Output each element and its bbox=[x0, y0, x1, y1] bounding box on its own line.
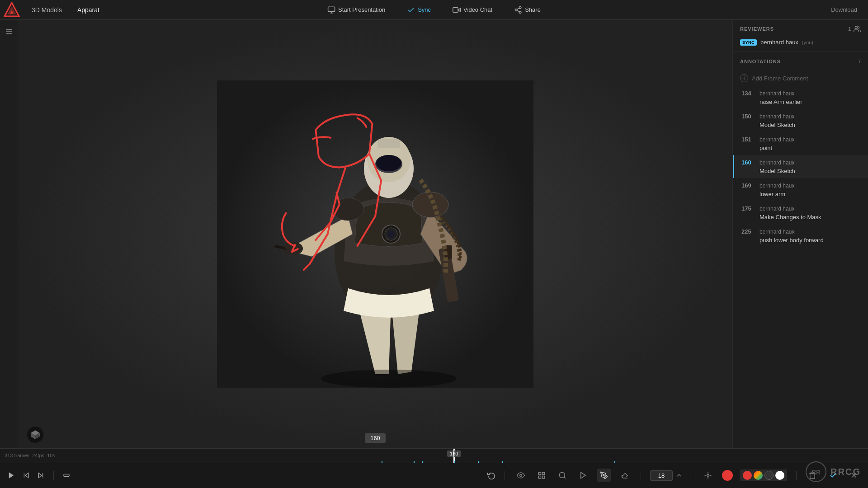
annotation-username: bernhard haux bbox=[760, 90, 794, 97]
annotation-item[interactable]: 175bernhard hauxMake Changes to Mask bbox=[733, 201, 868, 224]
annotation-delete-button[interactable] bbox=[854, 205, 861, 212]
annotation-username: bernhard haux bbox=[760, 160, 794, 166]
annotation-frame-number: 134 bbox=[741, 90, 756, 97]
reviewer-name: bernhard haux bbox=[760, 39, 798, 46]
annotation-delete-button[interactable] bbox=[854, 182, 861, 189]
viewport[interactable]: 160 bbox=[18, 20, 732, 448]
prev-icon bbox=[23, 472, 30, 479]
timeline-track[interactable]: // Generate ticks inline - will be added… bbox=[61, 449, 863, 463]
annotation-item[interactable]: 151bernhard hauxpoint bbox=[733, 132, 868, 155]
svg-point-43 bbox=[520, 474, 522, 477]
sync-icon bbox=[407, 6, 415, 14]
navigation-cube[interactable] bbox=[27, 427, 43, 443]
grid-icon bbox=[538, 471, 546, 479]
svg-point-31 bbox=[321, 370, 457, 388]
annotation-edit-button[interactable] bbox=[845, 205, 852, 212]
annotation-edit-button[interactable] bbox=[845, 159, 852, 166]
annotations-title: ANNOTATIONS bbox=[740, 59, 781, 64]
annotation-edit-button[interactable] bbox=[845, 228, 852, 235]
annotation-edit-button[interactable] bbox=[845, 89, 852, 97]
svg-line-12 bbox=[517, 8, 519, 9]
nav-3d-models[interactable]: 3D Models bbox=[24, 4, 69, 16]
frame-number-input-group bbox=[650, 470, 683, 481]
svg-line-49 bbox=[564, 477, 565, 479]
annotation-item[interactable]: 134bernhard hauxraise Arm earlier bbox=[733, 86, 868, 109]
undo-button[interactable] bbox=[487, 471, 495, 479]
zoom-icon bbox=[558, 471, 566, 479]
reviewers-section: REVIEWERS 1 SYNC bernhard haux (you) bbox=[733, 20, 868, 52]
annotation-item[interactable]: 225bernhard hauxpush lower body forward bbox=[733, 224, 868, 247]
annotation-frame-number: 151 bbox=[741, 136, 756, 143]
start-presentation-button[interactable]: Start Presentation bbox=[321, 3, 392, 17]
download-button[interactable]: Download bbox=[824, 4, 864, 16]
annotation-text: Model Sketch bbox=[741, 168, 861, 174]
svg-point-26 bbox=[332, 198, 364, 221]
topbar-center-actions: Start Presentation Sync Video Chat bbox=[321, 3, 547, 17]
annotation-edit-button[interactable] bbox=[845, 113, 852, 120]
annotation-meta: 150bernhard haux bbox=[741, 113, 861, 120]
in-out-button[interactable] bbox=[63, 472, 70, 479]
annotation-item[interactable]: 150bernhard hauxModel Sketch bbox=[733, 109, 868, 132]
sync-button[interactable]: Sync bbox=[401, 3, 437, 17]
add-frame-comment-button[interactable]: + Add Frame Comment bbox=[733, 70, 868, 86]
transform-tool[interactable] bbox=[576, 469, 590, 482]
rrcg-logo: RR bbox=[805, 461, 827, 483]
video-chat-label: Video Chat bbox=[463, 6, 492, 13]
svg-rect-46 bbox=[542, 476, 545, 479]
sidebar-menu-icon[interactable] bbox=[2, 24, 16, 39]
add-keyframe-tool[interactable] bbox=[701, 469, 715, 482]
annotation-delete-button[interactable] bbox=[854, 89, 861, 97]
frame-number-input[interactable] bbox=[650, 470, 673, 481]
red-color-swatch[interactable] bbox=[722, 470, 733, 481]
timeline: 313 frames, 24fps, 10s // Generate ticks… bbox=[0, 448, 868, 488]
annotation-text: Model Sketch bbox=[741, 122, 861, 128]
annotation-edit-button[interactable] bbox=[845, 182, 852, 189]
svg-point-8 bbox=[519, 6, 521, 9]
grid-tool[interactable] bbox=[535, 469, 548, 482]
annotation-item[interactable]: 169bernhard hauxlower arm bbox=[733, 178, 868, 201]
annotations-section: ANNOTATIONS 7 + Add Frame Comment 134ber… bbox=[733, 52, 868, 448]
annotation-item[interactable]: 160bernhard hauxModel Sketch bbox=[733, 155, 868, 178]
sync-label: Sync bbox=[418, 6, 431, 13]
play-button[interactable] bbox=[7, 471, 15, 479]
share-button[interactable]: Share bbox=[508, 3, 547, 17]
inout-icon bbox=[63, 472, 70, 479]
annotation-delete-button[interactable] bbox=[854, 228, 861, 235]
play-icon bbox=[7, 471, 15, 479]
topbar-right: Download bbox=[824, 4, 864, 16]
next-frame-button[interactable] bbox=[37, 472, 44, 479]
svg-point-23 bbox=[283, 242, 303, 255]
color-multi-option[interactable] bbox=[754, 471, 763, 480]
undo-icon bbox=[487, 471, 495, 479]
svg-text:▲: ▲ bbox=[9, 9, 14, 15]
annotation-delete-button[interactable] bbox=[854, 113, 861, 120]
annotation-delete-button[interactable] bbox=[854, 159, 861, 166]
svg-marker-6 bbox=[458, 8, 460, 12]
color-red-option[interactable] bbox=[743, 471, 752, 480]
annotation-markers bbox=[61, 461, 863, 463]
add-comment-label: Add Frame Comment bbox=[752, 75, 808, 82]
share-icon bbox=[514, 6, 522, 14]
watermark-text: RRCG bbox=[830, 467, 861, 477]
color-picker-group[interactable] bbox=[740, 469, 787, 481]
video-chat-button[interactable]: Video Chat bbox=[446, 3, 499, 17]
transform-icon bbox=[579, 471, 587, 479]
app-logo[interactable]: ▲ bbox=[4, 2, 20, 18]
sync-badge: SYNC bbox=[740, 39, 757, 46]
eraser-tool[interactable] bbox=[618, 469, 632, 482]
reviewers-count: 1 bbox=[848, 26, 851, 32]
color-white-option[interactable] bbox=[775, 471, 784, 480]
share-label: Share bbox=[525, 6, 541, 13]
color-dark-option[interactable] bbox=[764, 471, 774, 480]
nav-apparat[interactable]: Apparat bbox=[70, 4, 107, 16]
annotation-username: bernhard haux bbox=[760, 136, 794, 143]
visibility-tool[interactable] bbox=[514, 469, 528, 482]
annotation-list: 134bernhard hauxraise Arm earlier150bern… bbox=[733, 86, 868, 247]
annotation-edit-button[interactable] bbox=[845, 136, 852, 143]
draw-tool[interactable] bbox=[597, 469, 611, 482]
zoom-tool[interactable] bbox=[556, 469, 569, 482]
svg-point-10 bbox=[519, 11, 521, 14]
annotation-delete-button[interactable] bbox=[854, 136, 861, 143]
timeline-scrubber[interactable]: 313 frames, 24fps, 10s // Generate ticks… bbox=[0, 449, 868, 463]
prev-frame-button[interactable] bbox=[23, 472, 30, 479]
